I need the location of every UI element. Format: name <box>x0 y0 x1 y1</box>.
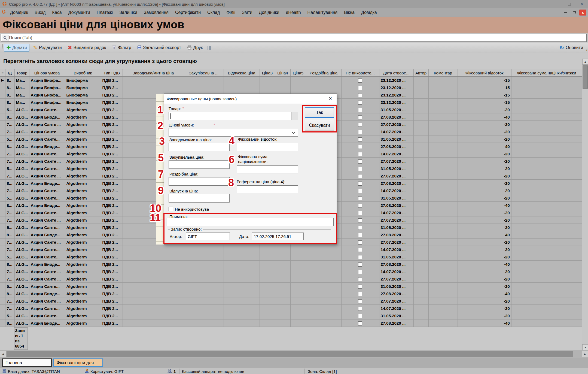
cell-date[interactable]: 14.07.2020 ... <box>379 187 413 194</box>
cell-condition[interactable]: Акция Санте... <box>29 187 65 194</box>
cell-zakup[interactable] <box>184 77 224 84</box>
cell-vat[interactable]: ПДВ 2... <box>101 180 123 187</box>
cell-maker[interactable]: Algotherm <box>65 135 101 143</box>
cell-date[interactable]: 14.07.2020 ... <box>379 209 413 216</box>
cell-cina5[interactable] <box>290 275 306 283</box>
cell-maker[interactable]: Algotherm <box>65 209 101 216</box>
cell-pct[interactable]: -40 <box>458 113 511 121</box>
cell-author[interactable] <box>413 194 428 202</box>
cell-maker[interactable]: Algotherm <box>65 180 101 187</box>
cell-zavod[interactable] <box>123 290 184 297</box>
cell-date[interactable]: 23.12.2020 ... <box>379 91 413 99</box>
cell-fixsum[interactable] <box>511 239 582 246</box>
cell-pct[interactable]: -40 <box>458 290 511 297</box>
cell-vat[interactable]: ПДВ 2... <box>101 143 123 150</box>
column-header[interactable]: Роздрібна ціна <box>306 69 341 77</box>
cell-comment[interactable] <box>428 283 458 290</box>
not-used-row-checkbox[interactable] <box>358 159 362 164</box>
cell-notused[interactable] <box>341 253 379 261</box>
cell-date[interactable]: 14.07.2020 ... <box>379 305 413 312</box>
scroll-right-icon[interactable]: ► <box>582 351 588 357</box>
cell-pct[interactable]: -40 <box>458 261 511 268</box>
table-row[interactable]: 7...ALG...Акция Санте ...AlgothermПДВ 2.… <box>0 268 582 275</box>
cell-maker[interactable]: Биофарма <box>65 99 101 106</box>
cell-vat[interactable]: ПДВ 2... <box>101 165 123 172</box>
cell-comment[interactable] <box>428 106 458 113</box>
cell-condition[interactable]: Акция Санте... <box>29 283 65 290</box>
add-button[interactable]: ✚ Додати <box>4 44 29 52</box>
cell-id[interactable]: 8... <box>5 261 14 268</box>
not-used-row-checkbox[interactable] <box>358 270 362 274</box>
cell-cina4[interactable] <box>275 319 290 327</box>
cell-cina5[interactable] <box>290 319 306 327</box>
cell-product[interactable]: ALG... <box>14 231 29 239</box>
cell-vidp[interactable] <box>224 77 260 84</box>
cell-pct[interactable]: -20 <box>458 158 511 165</box>
cell-fixsum[interactable] <box>511 268 582 275</box>
not-used-row-checkbox[interactable] <box>358 152 362 156</box>
cell-fixsum[interactable] <box>511 297 582 305</box>
cell-zavod[interactable] <box>123 77 184 84</box>
cell-cina4[interactable] <box>275 77 290 84</box>
cell-date[interactable]: 23.12.2020 ... <box>379 77 413 84</box>
retail-price-input[interactable] <box>169 177 230 186</box>
cell-vat[interactable]: ПДВ 2... <box>101 283 123 290</box>
menu-item-Довідник[interactable]: Довідник <box>7 9 31 16</box>
cell-pct[interactable]: -20 <box>458 135 511 143</box>
cell-author[interactable] <box>413 253 428 261</box>
cell-pct[interactable]: -20 <box>458 121 511 128</box>
cell-author[interactable] <box>413 268 428 275</box>
cell-condition[interactable]: Акция Санте ... <box>29 268 65 275</box>
cell-maker[interactable]: Algotherm <box>65 113 101 121</box>
cell-comment[interactable] <box>428 150 458 158</box>
cell-maker[interactable]: Algotherm <box>65 165 101 172</box>
cell-cina4[interactable] <box>275 290 290 297</box>
cell-comment[interactable] <box>428 91 458 99</box>
cell-maker[interactable]: Algotherm <box>65 246 101 253</box>
cell-product[interactable]: ALG... <box>14 202 29 209</box>
cell-id[interactable]: 8.. <box>5 84 14 91</box>
cell-id[interactable]: 7... <box>5 216 14 224</box>
cell-pct[interactable]: -20 <box>458 268 511 275</box>
cell-condition[interactable]: Акция Санте ... <box>29 121 65 128</box>
cell-maker[interactable]: Algotherm <box>65 150 101 158</box>
cell-cina3[interactable] <box>260 84 275 91</box>
cell-zakup[interactable] <box>184 268 224 275</box>
cell-product[interactable]: ALG... <box>14 135 29 143</box>
cell-comment[interactable] <box>428 261 458 268</box>
cell-id[interactable]: 5... <box>5 106 14 113</box>
cell-comment[interactable] <box>428 128 458 135</box>
export-button[interactable]: Загальний експорт <box>135 44 183 52</box>
menu-item-Вихід[interactable]: Вихід <box>31 9 49 16</box>
cell-product[interactable]: ALG... <box>14 290 29 297</box>
not-used-row-checkbox[interactable] <box>358 108 362 112</box>
fixed-sum-input[interactable] <box>237 165 298 173</box>
cell-author[interactable] <box>413 239 428 246</box>
cell-condition[interactable]: Акция Санте ... <box>29 158 65 165</box>
cell-vat[interactable]: ПДВ 2... <box>101 77 123 84</box>
menu-item-Вікна[interactable]: Вікна <box>341 9 358 16</box>
cell-condition[interactable]: Акция Биоде... <box>29 180 65 187</box>
cell-id[interactable]: 7... <box>5 305 14 312</box>
menu-item-Налаштування[interactable]: Налаштування <box>304 9 341 16</box>
cell-author[interactable] <box>413 128 428 135</box>
cell-comment[interactable] <box>428 246 458 253</box>
cell-cina3[interactable] <box>260 261 275 268</box>
cell-vat[interactable]: ПДВ 2... <box>101 158 123 165</box>
cell-condition[interactable]: Акция Санте... <box>29 194 65 202</box>
cell-maker[interactable]: Algotherm <box>65 239 101 246</box>
cell-notused[interactable] <box>341 216 379 224</box>
not-used-row-checkbox[interactable] <box>358 174 362 178</box>
cell-id[interactable]: 8.. <box>5 99 14 106</box>
cell-pct[interactable]: -20 <box>458 187 511 194</box>
cell-cina4[interactable] <box>275 297 290 305</box>
tab-main[interactable]: Головна <box>2 358 52 367</box>
cell-zakup[interactable] <box>184 305 224 312</box>
not-used-row-checkbox[interactable] <box>358 233 362 237</box>
cell-date[interactable]: 27.08.2020 ... <box>379 319 413 327</box>
cell-product[interactable]: Ма... <box>14 84 29 91</box>
cell-fixsum[interactable] <box>511 261 582 268</box>
cell-product[interactable]: ALG... <box>14 239 29 246</box>
cell-maker[interactable]: Algotherm <box>65 106 101 113</box>
cell-rozdrib[interactable] <box>306 319 341 327</box>
